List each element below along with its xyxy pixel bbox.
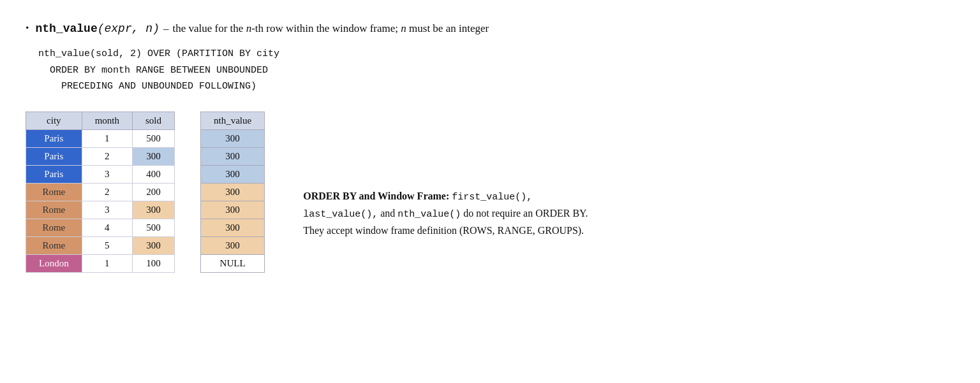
- cell-nth-value: NULL: [201, 254, 265, 272]
- gap-col: [175, 165, 201, 183]
- cell-month: 3: [82, 165, 132, 183]
- gap-col: [175, 201, 201, 219]
- cell-nth-value: 300: [201, 165, 265, 183]
- cell-city: Paris: [26, 147, 82, 165]
- explanation-mono-2: nth_value(): [397, 209, 461, 220]
- gap-col: [175, 236, 201, 254]
- main-content: city month sold nth_value Paris1500300Pa…: [26, 112, 954, 273]
- col-header-sold: sold: [133, 112, 175, 129]
- page-container: · nth_value(expr, n) – the value for the…: [26, 19, 954, 273]
- table-row: Rome2200300: [26, 183, 265, 201]
- table-section: city month sold nth_value Paris1500300Pa…: [26, 112, 265, 273]
- table-row: London1100NULL: [26, 254, 265, 272]
- function-name: nth_value(expr, n): [36, 22, 160, 35]
- table-row: Paris1500300: [26, 129, 265, 147]
- cell-month: 2: [82, 183, 132, 201]
- cell-month: 5: [82, 236, 132, 254]
- cell-month: 3: [82, 201, 132, 219]
- cell-month: 2: [82, 147, 132, 165]
- cell-month: 4: [82, 219, 132, 236]
- cell-month: 1: [82, 254, 132, 272]
- cell-city: Rome: [26, 183, 82, 201]
- cell-city: Rome: [26, 236, 82, 254]
- cell-nth-value: 300: [201, 201, 265, 219]
- gap-col: [175, 219, 201, 236]
- col-header-nth-value: nth_value: [201, 112, 265, 129]
- cell-sold: 100: [133, 254, 175, 272]
- cell-sold: 300: [133, 201, 175, 219]
- explanation-text: ORDER BY and Window Frame: first_value()…: [303, 188, 597, 239]
- function-params: (expr, n): [98, 22, 160, 35]
- cell-sold: 500: [133, 219, 175, 236]
- cell-nth-value: 300: [201, 147, 265, 165]
- code-block: nth_value(sold, 2) OVER (PARTITION BY ci…: [38, 46, 954, 95]
- n-italic: n: [246, 22, 252, 34]
- cell-sold: 500: [133, 129, 175, 147]
- cell-city: Rome: [26, 201, 82, 219]
- cell-nth-value: 300: [201, 219, 265, 236]
- cell-city: Rome: [26, 219, 82, 236]
- dash: –: [163, 22, 169, 35]
- gap-col: [175, 183, 201, 201]
- table-row: Rome5300300: [26, 236, 265, 254]
- gap-col: [175, 254, 201, 272]
- gap-col: [175, 112, 201, 129]
- cell-sold: 400: [133, 165, 175, 183]
- cell-sold: 300: [133, 236, 175, 254]
- cell-nth-value: 300: [201, 129, 265, 147]
- bullet: ·: [26, 19, 29, 36]
- n2-italic: n: [401, 22, 406, 34]
- title-line: · nth_value(expr, n) – the value for the…: [26, 19, 954, 36]
- table-row: Paris2300300: [26, 147, 265, 165]
- cell-nth-value: 300: [201, 236, 265, 254]
- cell-city: Paris: [26, 165, 82, 183]
- data-table: city month sold nth_value Paris1500300Pa…: [26, 112, 265, 273]
- cell-sold: 300: [133, 147, 175, 165]
- table-row: Rome4500300: [26, 219, 265, 236]
- table-row: Paris3400300: [26, 165, 265, 183]
- cell-city: Paris: [26, 129, 82, 147]
- table-header-row: city month sold nth_value: [26, 112, 265, 129]
- col-header-month: month: [82, 112, 132, 129]
- explanation-bold: ORDER BY and Window Frame:: [303, 191, 449, 201]
- col-header-city: city: [26, 112, 82, 129]
- gap-col: [175, 129, 201, 147]
- cell-month: 1: [82, 129, 132, 147]
- table-row: Rome3300300: [26, 201, 265, 219]
- desc-before: the value for the n-th row within the wi…: [172, 22, 489, 35]
- cell-nth-value: 300: [201, 183, 265, 201]
- gap-col: [175, 147, 201, 165]
- cell-city: London: [26, 254, 82, 272]
- cell-sold: 200: [133, 183, 175, 201]
- explanation-paragraph: ORDER BY and Window Frame: first_value()…: [303, 188, 597, 239]
